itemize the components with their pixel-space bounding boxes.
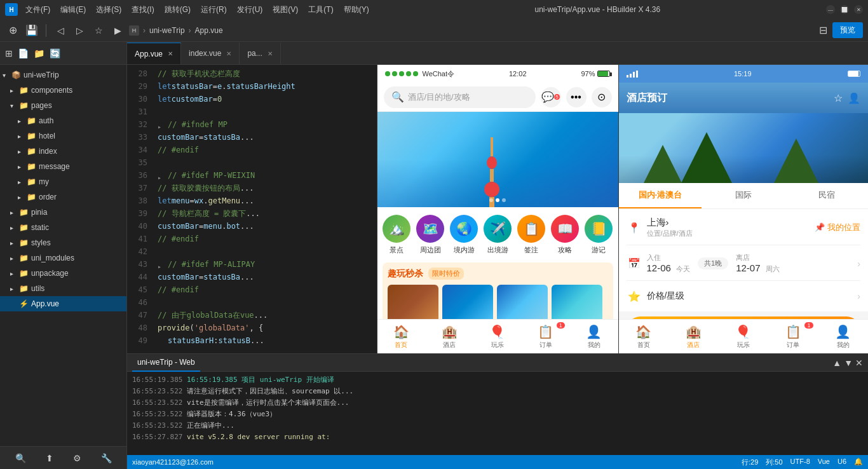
menu-file[interactable]: 文件(F)	[25, 4, 50, 15]
price-row[interactable]: ⭐ 价格/星级 ›	[627, 289, 861, 304]
cat-scenic-label: 景点	[390, 245, 403, 255]
tree-unpackage[interactable]: ▸ 📁 unpackage	[0, 266, 126, 281]
tree-my[interactable]: ▸ 📁 my	[0, 174, 126, 189]
hotel-nav-hotel[interactable]: 🏨 酒店	[668, 320, 719, 353]
nav-hotel[interactable]: 🏨 酒店	[425, 320, 473, 353]
refresh-icon[interactable]: 🔄	[50, 48, 60, 58]
menu-goto[interactable]: 跳转(G)	[165, 4, 191, 15]
dates-row[interactable]: 📅 入住 12-06 今天 共1晚	[627, 253, 861, 281]
code-editor[interactable]: 28 29 30 31 32 33 34 35 36 37 38 39 40 4…	[127, 65, 377, 353]
menu-tools[interactable]: 工具(T)	[308, 4, 333, 15]
star-icon[interactable]: ☆	[834, 92, 843, 104]
bottom-down-icon[interactable]: ▼	[844, 358, 853, 368]
toolbar-save[interactable]: 💾	[24, 23, 39, 38]
new-folder-icon[interactable]: 📁	[34, 48, 44, 58]
toolbar-forward[interactable]: ▷	[72, 23, 87, 38]
tree-order[interactable]: ▸ 📁 order	[0, 189, 126, 205]
filter-icon[interactable]: ⊟	[819, 24, 827, 36]
tree-auth[interactable]: ▸ 📁 auth	[0, 113, 126, 128]
preview-button[interactable]: 预览	[832, 22, 863, 38]
menu-publish[interactable]: 发行(U)	[237, 4, 263, 15]
hotel-nav-fun-label: 玩乐	[737, 341, 750, 350]
nav-order[interactable]: 📋 1 订单	[522, 320, 570, 353]
cat-nearby[interactable]: 🗺️ 周边团	[416, 215, 444, 255]
wechat-scroll[interactable]: 🏔️ 景点 🗺️ 周边团 🌏 境内游	[377, 112, 618, 319]
tab-pa[interactable]: pa... ✕	[240, 43, 280, 64]
menu-find[interactable]: 查找(I)	[132, 4, 154, 15]
nav-fun[interactable]: 🎈 玩乐	[473, 320, 522, 353]
close-tab-app[interactable]: ✕	[168, 50, 173, 57]
explorer-bottom-icon1[interactable]: 🔍	[15, 453, 26, 463]
cat-scenic[interactable]: 🏔️ 景点	[383, 215, 410, 255]
explorer-bottom-icon2[interactable]: ⬆	[46, 453, 53, 463]
toolbar-new[interactable]: ⊕	[5, 23, 20, 38]
toolbar-back[interactable]: ◁	[53, 23, 68, 38]
bottom-tab-web[interactable]: uni-weTrip - Web	[132, 354, 200, 372]
close-tab-pa[interactable]: ✕	[268, 50, 273, 57]
tree-pinia[interactable]: ▸ 📁 pinia	[0, 205, 126, 220]
trending-card-1[interactable]: ¥1280	[388, 285, 438, 319]
collapse-icon[interactable]: ⊞	[5, 48, 13, 58]
nav-home[interactable]: 🏠 首页	[377, 320, 426, 353]
hotel-nav-home[interactable]: 🏠 首页	[619, 320, 669, 353]
tab-international[interactable]: 国际	[702, 183, 785, 208]
toolbar-run[interactable]: ▶	[110, 23, 125, 38]
scan-icon-btn[interactable]: ⊙	[592, 87, 612, 107]
new-file-icon[interactable]: 📄	[18, 48, 29, 58]
hotel-nav-mine[interactable]: 👤 我的	[818, 320, 869, 353]
cat-visa[interactable]: 📋 签注	[517, 215, 545, 255]
cat-overseas-label: 出境游	[487, 245, 508, 255]
city-row[interactable]: 📍 上海› 位置/品牌/酒店 📌 我的位置	[627, 217, 861, 245]
menu-help[interactable]: 帮助(Y)	[344, 4, 369, 15]
maximize-button[interactable]: ⬜	[840, 5, 849, 14]
cat-guide[interactable]: 📖 攻略	[551, 215, 579, 255]
bottom-up-icon[interactable]: ▲	[832, 358, 841, 368]
cat-overseas[interactable]: ✈️ 出境游	[484, 215, 512, 255]
explorer-bottom-icon4[interactable]: 🔧	[101, 453, 112, 463]
breadcrumb-file[interactable]: App.vue	[195, 26, 223, 35]
explorer-bottom-icon3[interactable]: ⚙	[73, 453, 81, 463]
tree-message[interactable]: ▸ 📁 message	[0, 159, 126, 174]
cat-domestic[interactable]: 🌏 境内游	[450, 215, 478, 255]
more-icon-btn[interactable]: •••	[566, 87, 587, 107]
person-icon[interactable]: 👤	[848, 92, 860, 104]
bottom-close-icon[interactable]: ✕	[855, 358, 863, 368]
hotel-nav-fun[interactable]: 🎈 玩乐	[719, 320, 769, 353]
tree-hotel[interactable]: ▸ 📁 hotel	[0, 128, 126, 144]
tree-pages[interactable]: ▾ 📁 pages	[0, 98, 126, 113]
menu-edit[interactable]: 编辑(E)	[60, 4, 86, 15]
trending-card-4[interactable]: ¥2899	[552, 285, 602, 319]
tree-app-vue[interactable]: ▸ ⚡ App.vue	[0, 296, 126, 311]
hotel-scroll[interactable]: 📍 上海› 位置/品牌/酒店 📌 我的位置	[619, 209, 869, 319]
menu-view[interactable]: 视图(V)	[273, 4, 298, 15]
tab-homestay[interactable]: 民宿	[785, 183, 868, 208]
close-tab-index[interactable]: ✕	[226, 50, 231, 57]
code-lines[interactable]: // 获取手机状态栏高度 let statusBar = e.statusBar…	[153, 65, 377, 353]
breadcrumb-project[interactable]: uni-weTrip	[149, 26, 185, 35]
tree-utils[interactable]: ▸ 📁 utils	[0, 281, 126, 296]
file-explorer: ⊞ 📄 📁 🔄 ▾ 📦 uni-weTrip ▸ 📁 components	[0, 42, 127, 469]
my-location-btn[interactable]: 📌 我的位置	[815, 222, 860, 233]
close-button[interactable]: ✕	[854, 5, 863, 14]
tree-static[interactable]: ▸ 📁 static	[0, 220, 126, 235]
tab-app-vue[interactable]: App.vue ✕	[127, 43, 181, 64]
menu-select[interactable]: 选择(S)	[96, 4, 121, 15]
tab-index-vue[interactable]: index.vue ✕	[181, 43, 240, 64]
chat-icon-btn[interactable]: 💬5	[541, 87, 561, 107]
tree-root[interactable]: ▾ 📦 uni-weTrip	[0, 67, 126, 83]
hotel-mine-icon: 👤	[835, 324, 851, 339]
tree-uni-modules[interactable]: ▸ 📁 uni_modules	[0, 250, 126, 266]
trending-card-3[interactable]: ¥4099	[497, 285, 548, 319]
tree-index[interactable]: ▸ 📁 index	[0, 144, 126, 159]
toolbar-bookmark[interactable]: ☆	[91, 23, 106, 38]
trending-card-2[interactable]: ¥3288	[442, 285, 493, 319]
tree-components[interactable]: ▸ 📁 components	[0, 83, 126, 98]
wechat-search-bar[interactable]: 🔍 酒店/目的地/攻略	[384, 86, 536, 108]
nav-mine[interactable]: 👤 我的	[570, 320, 618, 353]
tree-styles[interactable]: ▸ 📁 styles	[0, 235, 126, 250]
tab-domestic[interactable]: 国内·港澳台	[619, 183, 702, 208]
minimize-button[interactable]: —	[826, 5, 835, 14]
menu-run[interactable]: 运行(R)	[201, 4, 227, 15]
cat-diary[interactable]: 📒 游记	[585, 215, 613, 255]
hotel-nav-order[interactable]: 📋 1 订单	[768, 320, 818, 353]
